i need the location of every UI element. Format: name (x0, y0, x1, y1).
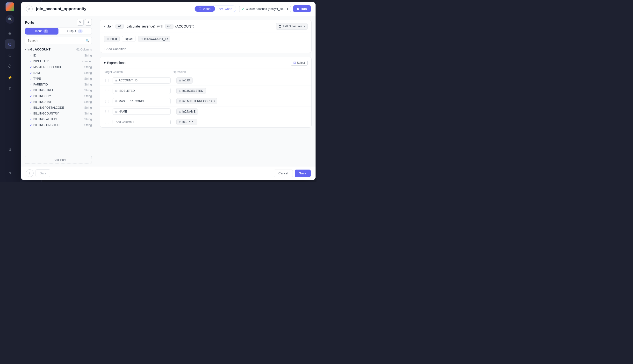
port-add-button[interactable]: + (85, 19, 92, 26)
group-name: in0 : ACCOUNT (28, 48, 50, 51)
run-icon: ▶ (297, 7, 300, 11)
sidebar-icon-help[interactable]: ? (5, 169, 15, 179)
check-icon: ✓ (30, 95, 32, 98)
right-content: ▾ Join in1 (calculate_revenue) with in0 … (96, 16, 316, 166)
visual-toggle-button[interactable]: ♡ Visual (195, 6, 215, 12)
expressions-section: ▾ Expressions ☑ Select Target Column Exp… (100, 57, 312, 128)
add-port-button[interactable]: + Add Port (25, 156, 92, 164)
list-item: ✓BILLINGLATITUDE String (25, 116, 92, 122)
expr-collapse-icon[interactable]: ▾ (104, 61, 106, 65)
cancel-button[interactable]: Cancel (274, 170, 292, 177)
port-actions: ✎ + (77, 19, 92, 26)
expression-value-in0-name[interactable]: ⊞ in0.NAME (176, 108, 198, 115)
in1-tag[interactable]: in1 (116, 24, 124, 29)
cluster-badge[interactable]: ✓ Cluster Attached (analyst_de... ▾ (239, 6, 291, 12)
sidebar-icon-grid[interactable]: ⧉ (5, 84, 15, 94)
check-icon: ✓ (30, 83, 32, 86)
condition-left-label: in0.id (110, 37, 117, 40)
sidebar-icon-clock[interactable]: ⏱ (5, 62, 15, 71)
sidebar-icon-more[interactable]: ··· (5, 157, 15, 167)
field-icon: ⊞ (115, 100, 118, 103)
sidebar-search-icon[interactable]: 🔍 (6, 15, 14, 24)
port-group-label: ▾ in0 : ACCOUNT (25, 48, 50, 51)
drag-handle-icon[interactable]: ⋮⋮ (104, 120, 110, 124)
port-search-container: 🔍 (25, 37, 92, 44)
target-field-isdeleted[interactable]: ⊞ ISDELETED (112, 88, 170, 94)
condition-right-tag[interactable]: ⊞ in1.ACCOUNT_ID (138, 36, 170, 42)
condition-left-tag[interactable]: ⊞ in0.id (104, 36, 120, 42)
account-tag: (ACCOUNT) (176, 24, 194, 28)
expression-column-header: Expression (172, 70, 308, 74)
list-item: ✓NAME String (25, 70, 92, 76)
join-section-header: ▾ Join in1 (calculate_revenue) with in0 … (100, 20, 312, 33)
target-field-masterrecordid[interactable]: ⊞ MASTERRECORDI... (112, 98, 170, 104)
modal-close-button[interactable]: × (26, 6, 32, 12)
info-button[interactable]: ℹ (26, 169, 34, 177)
list-item: ✓PARENTID String (25, 82, 92, 88)
list-item: ✓BILLINGPOSTALCODE String (25, 105, 92, 111)
view-toggle: ♡ Visual </> Code (194, 6, 236, 12)
list-item: ✓BILLINGSTREET String (25, 88, 92, 93)
check-icon: ✓ (30, 66, 32, 69)
join-type-button[interactable]: ⊡ Left Outer Join ▾ (276, 23, 308, 30)
modal-body: Ports ✎ + Input 2 Output 1 🔍 (21, 16, 316, 166)
ports-title: Ports (25, 20, 34, 24)
input-tab[interactable]: Input 2 (25, 28, 58, 34)
condition-right-label: in1.ACCOUNT_ID (144, 37, 168, 40)
port-edit-button[interactable]: ✎ (77, 19, 84, 26)
target-field-account-id[interactable]: ⊞ ACCOUNT_ID (112, 77, 170, 84)
group-collapse-icon[interactable]: ▾ (25, 48, 26, 51)
add-condition-button[interactable]: + Add Condition (100, 45, 312, 53)
list-item: ✓TYPE String (25, 76, 92, 82)
list-item: ✓ID String (25, 53, 92, 58)
expr-icon: ⊞ (179, 120, 181, 124)
equals-operator[interactable]: equals (122, 36, 136, 42)
check-icon: ✓ (30, 118, 32, 121)
add-column-button[interactable]: Add Column + (112, 119, 170, 125)
select-check-icon: ☑ (293, 61, 296, 64)
sidebar-icon-project[interactable]: ◈ (5, 28, 15, 38)
expression-value-in0-id[interactable]: ⊞ in0.ID (176, 77, 192, 84)
list-item: ✓MASTERRECORDID String (25, 64, 92, 70)
in0-tag[interactable]: in0 (165, 24, 174, 29)
port-search-input[interactable] (25, 37, 92, 44)
expressions-columns-header: Target Column Expression (100, 69, 312, 75)
modal-footer: ℹ Data Cancel Save (21, 166, 316, 180)
field-icon: ⊞ (115, 89, 118, 92)
save-button[interactable]: Save (295, 170, 311, 177)
sidebar-icon-download[interactable]: ⬇ (5, 145, 15, 154)
join-type-chevron: ▾ (304, 25, 305, 28)
check-icon: ✓ (30, 54, 32, 57)
check-icon: ✓ (30, 89, 32, 92)
join-collapse-icon[interactable]: ▾ (104, 25, 105, 28)
code-toggle-button[interactable]: </> Code (215, 6, 236, 12)
expr-icon: ⊞ (179, 100, 181, 103)
drag-handle-icon[interactable]: ⋮⋮ (104, 100, 110, 103)
expression-value-in0-isdeleted[interactable]: ⊞ in0.ISDELETED (176, 88, 206, 94)
join-type-icon: ⊡ (278, 24, 282, 28)
expressions-header: ▾ Expressions ☑ Select (100, 57, 312, 69)
expression-value-in0-masterrecordid[interactable]: ⊞ in0.MASTERRECORDID (176, 98, 217, 104)
select-button[interactable]: ☑ Select (291, 60, 308, 66)
heart-icon: ♡ (198, 7, 202, 11)
sidebar-icon-data[interactable]: ⬡ (5, 39, 15, 49)
drag-handle-icon[interactable]: ⋮⋮ (104, 89, 110, 92)
target-column-header: Target Column (104, 70, 172, 74)
expressions-title: ▾ Expressions (104, 61, 126, 65)
check-icon: ✓ (30, 72, 32, 75)
footer-right: Cancel Save (274, 170, 311, 177)
expression-value-in0-type[interactable]: ⊞ in0.TYPE (176, 119, 198, 125)
drag-handle-icon[interactable]: ⋮⋮ (104, 79, 110, 82)
expression-row: ⋮⋮ ⊞ NAME ⊞ in0.NAME (100, 106, 312, 117)
calculate-revenue-tag: (calculate_revenue) (126, 24, 155, 28)
output-tab[interactable]: Output 1 (58, 28, 92, 34)
run-button[interactable]: ▶ Run (293, 5, 311, 12)
input-count-badge: 2 (44, 30, 48, 33)
list-item: ✓BILLINGSTATE String (25, 99, 92, 105)
sidebar-icon-pulse[interactable]: ⚡ (5, 73, 15, 82)
sidebar-icon-tags[interactable]: ◇ (5, 50, 15, 60)
target-field-name[interactable]: ⊞ NAME (112, 108, 170, 115)
code-icon: </> (219, 7, 224, 11)
drag-handle-icon[interactable]: ⋮⋮ (104, 110, 110, 113)
list-item: ✓ISDELETED Number (25, 58, 92, 64)
